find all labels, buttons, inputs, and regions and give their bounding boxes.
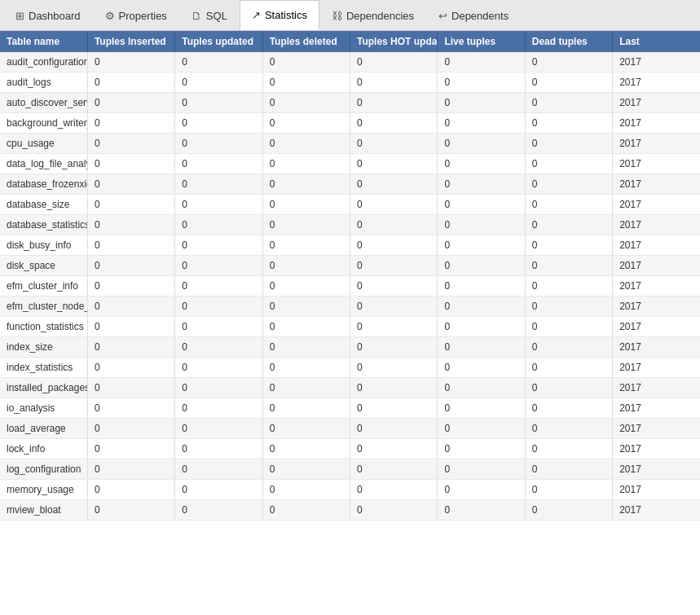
tab-statistics[interactable]: ↗Statistics bbox=[240, 0, 319, 30]
stat-cell-tuples-updated: 0 bbox=[175, 174, 262, 195]
stat-cell-tuples-deleted: 0 bbox=[262, 480, 350, 500]
tab-sql[interactable]: 🗋SQL bbox=[179, 0, 240, 30]
stat-cell-tuples-hot-updated: 0 bbox=[350, 134, 438, 154]
stat-cell-dead-tuples: 0 bbox=[525, 195, 612, 215]
table-row[interactable]: index_size0000002017 bbox=[0, 337, 700, 358]
stat-cell-tuples-updated: 0 bbox=[175, 256, 262, 276]
stat-cell-tuples-inserted: 0 bbox=[87, 276, 174, 297]
statistics-table: Table nameTuples InsertedTuples updatedT… bbox=[0, 31, 700, 521]
stat-cell-tuples-updated: 0 bbox=[175, 439, 262, 459]
table-row[interactable]: background_writer_statistics0000002017 bbox=[0, 113, 700, 134]
stat-cell-last: 2017 bbox=[613, 337, 700, 358]
stat-cell-tuples-deleted: 0 bbox=[262, 195, 350, 215]
stat-cell-dead-tuples: 0 bbox=[525, 459, 612, 480]
stat-cell-live-tuples: 0 bbox=[438, 174, 525, 195]
table-row[interactable]: disk_space0000002017 bbox=[0, 256, 700, 276]
table-row[interactable]: database_frozenxid0000002017 bbox=[0, 174, 700, 195]
table-row[interactable]: installed_packages0000002017 bbox=[0, 378, 700, 398]
table-row[interactable]: load_average0000002017 bbox=[0, 419, 700, 439]
stat-cell-dead-tuples: 0 bbox=[525, 174, 612, 195]
stat-cell-tuples-hot-updated: 0 bbox=[350, 297, 438, 317]
table-name-cell: database_size bbox=[0, 195, 87, 215]
stat-cell-tuples-deleted: 0 bbox=[262, 276, 350, 297]
stat-cell-dead-tuples: 0 bbox=[525, 337, 612, 358]
stat-cell-tuples-deleted: 0 bbox=[262, 113, 350, 134]
table-name-cell: disk_space bbox=[0, 256, 87, 276]
stat-cell-tuples-inserted: 0 bbox=[87, 459, 174, 480]
table-row[interactable]: data_log_file_analysis0000002017 bbox=[0, 154, 700, 174]
tab-properties[interactable]: ⚙Properties bbox=[93, 0, 179, 30]
stat-cell-tuples-updated: 0 bbox=[175, 398, 262, 419]
stat-cell-last: 2017 bbox=[613, 398, 700, 419]
stat-cell-tuples-updated: 0 bbox=[175, 358, 262, 378]
stat-cell-live-tuples: 0 bbox=[438, 195, 525, 215]
table-name-cell: index_size bbox=[0, 337, 87, 358]
table-row[interactable]: database_size0000002017 bbox=[0, 195, 700, 215]
stat-cell-tuples-inserted: 0 bbox=[87, 195, 174, 215]
stat-cell-tuples-inserted: 0 bbox=[87, 72, 174, 93]
stat-cell-tuples-inserted: 0 bbox=[87, 235, 174, 256]
table-row[interactable]: audit_configuration0000002017 bbox=[0, 52, 700, 72]
table-row[interactable]: memory_usage0000002017 bbox=[0, 480, 700, 500]
table-row[interactable]: log_configuration0000002017 bbox=[0, 459, 700, 480]
stat-cell-last: 2017 bbox=[613, 72, 700, 93]
table-name-cell: audit_configuration bbox=[0, 52, 87, 72]
dependents-tab-label: Dependents bbox=[451, 10, 508, 22]
table-row[interactable]: disk_busy_info0000002017 bbox=[0, 235, 700, 256]
tab-dependencies[interactable]: ⛓Dependencies bbox=[319, 0, 426, 30]
stat-cell-tuples-hot-updated: 0 bbox=[350, 215, 438, 235]
stat-cell-tuples-hot-updated: 0 bbox=[350, 439, 438, 459]
stat-cell-tuples-hot-updated: 0 bbox=[350, 358, 438, 378]
stat-cell-last: 2017 bbox=[613, 256, 700, 276]
table-row[interactable]: auto_discover_servers0000002017 bbox=[0, 93, 700, 113]
table-row[interactable]: function_statistics0000002017 bbox=[0, 317, 700, 337]
stat-cell-tuples-hot-updated: 0 bbox=[350, 317, 438, 337]
table-row[interactable]: mview_bloat0000002017 bbox=[0, 500, 700, 521]
stat-cell-live-tuples: 0 bbox=[438, 297, 525, 317]
stat-cell-tuples-deleted: 0 bbox=[262, 235, 350, 256]
stat-cell-tuples-updated: 0 bbox=[175, 276, 262, 297]
stat-cell-live-tuples: 0 bbox=[438, 134, 525, 154]
table-row[interactable]: efm_cluster_node_status0000002017 bbox=[0, 297, 700, 317]
table-row[interactable]: efm_cluster_info0000002017 bbox=[0, 276, 700, 297]
stat-cell-last: 2017 bbox=[613, 419, 700, 439]
stat-cell-tuples-inserted: 0 bbox=[87, 419, 174, 439]
stat-cell-tuples-hot-updated: 0 bbox=[350, 72, 438, 93]
table-row[interactable]: io_analysis0000002017 bbox=[0, 398, 700, 419]
stat-cell-live-tuples: 0 bbox=[438, 480, 525, 500]
stat-cell-live-tuples: 0 bbox=[438, 419, 525, 439]
table-name-cell: audit_logs bbox=[0, 72, 87, 93]
dependents-tab-icon: ↩ bbox=[438, 10, 447, 22]
stat-cell-tuples-hot-updated: 0 bbox=[350, 256, 438, 276]
stat-cell-dead-tuples: 0 bbox=[525, 235, 612, 256]
sql-tab-icon: 🗋 bbox=[192, 10, 202, 22]
stat-cell-last: 2017 bbox=[613, 154, 700, 174]
stat-cell-tuples-inserted: 0 bbox=[87, 317, 174, 337]
stat-cell-tuples-updated: 0 bbox=[175, 419, 262, 439]
stat-cell-live-tuples: 0 bbox=[438, 215, 525, 235]
stat-cell-tuples-deleted: 0 bbox=[262, 52, 350, 72]
stat-cell-live-tuples: 0 bbox=[438, 93, 525, 113]
stat-cell-live-tuples: 0 bbox=[438, 358, 525, 378]
tab-dashboard[interactable]: ⊞Dashboard bbox=[3, 0, 93, 30]
stat-cell-tuples-updated: 0 bbox=[175, 317, 262, 337]
stat-cell-tuples-hot-updated: 0 bbox=[350, 154, 438, 174]
tab-dependents[interactable]: ↩Dependents bbox=[426, 0, 521, 30]
stat-cell-tuples-hot-updated: 0 bbox=[350, 174, 438, 195]
stat-cell-last: 2017 bbox=[613, 215, 700, 235]
stat-cell-tuples-deleted: 0 bbox=[262, 459, 350, 480]
stat-cell-live-tuples: 0 bbox=[438, 256, 525, 276]
tab-bar: ⊞Dashboard⚙Properties🗋SQL↗Statistics⛓Dep… bbox=[0, 0, 700, 31]
stat-cell-tuples-hot-updated: 0 bbox=[350, 419, 438, 439]
table-row[interactable]: audit_logs0000002017 bbox=[0, 72, 700, 93]
table-name-cell: load_average bbox=[0, 419, 87, 439]
stat-cell-dead-tuples: 0 bbox=[525, 439, 612, 459]
table-name-cell: mview_bloat bbox=[0, 500, 87, 521]
stat-cell-tuples-deleted: 0 bbox=[262, 215, 350, 235]
table-row[interactable]: cpu_usage0000002017 bbox=[0, 134, 700, 154]
table-row[interactable]: lock_info0000002017 bbox=[0, 439, 700, 459]
table-row[interactable]: index_statistics0000002017 bbox=[0, 358, 700, 378]
table-row[interactable]: database_statistics0000002017 bbox=[0, 215, 700, 235]
stat-cell-tuples-deleted: 0 bbox=[262, 398, 350, 419]
stat-cell-tuples-updated: 0 bbox=[175, 337, 262, 358]
